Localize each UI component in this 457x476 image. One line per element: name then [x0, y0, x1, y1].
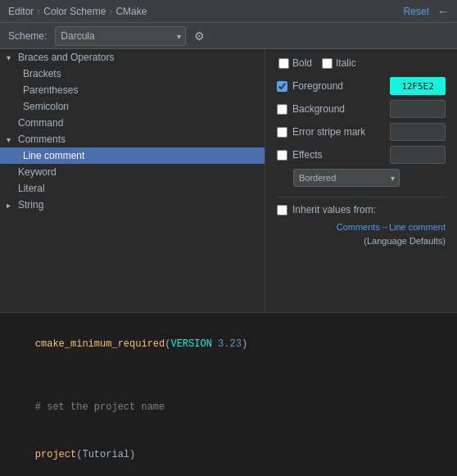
gear-button[interactable]: ⚙ — [194, 29, 205, 43]
breadcrumb-colorscheme: Color Scheme — [43, 6, 106, 17]
tree-group-braces-label: Braces and Operators — [18, 52, 114, 63]
tree-group-command-label: Command — [18, 117, 63, 129]
main-area: ▾ Braces and Operators Brackets Parenthe… — [0, 49, 457, 312]
background-color-box[interactable] — [390, 100, 446, 118]
scheme-label: Scheme: — [8, 30, 47, 42]
error-stripe-row: Error stripe mark — [277, 123, 446, 141]
tree-group-literal-label: Literal — [18, 183, 45, 194]
scheme-select-wrap: Darcula Default High contrast — [55, 26, 186, 46]
tree-item-line-comment-label: Line comment — [23, 150, 84, 161]
header: Editor › Color Scheme › CMake Reset ← — [0, 0, 457, 23]
tree-item-semicolon-label: Semicolon — [23, 101, 69, 112]
tree-group-braces[interactable]: ▾ Braces and Operators — [0, 49, 265, 66]
italic-checkbox[interactable] — [322, 58, 333, 69]
foreground-label: Foreground — [277, 80, 383, 92]
code-line-4: project(Tutorial) — [11, 431, 446, 476]
effects-type-select[interactable]: Bordered Underscored Bold underscored St… — [293, 169, 400, 187]
divider — [277, 197, 446, 197]
bold-checkbox[interactable] — [278, 58, 289, 69]
bold-italic-row: Bold Italic — [277, 57, 446, 69]
code-panel: cmake_minimum_required(VERSION 3.23) # s… — [0, 312, 457, 476]
header-actions: Reset ← — [404, 5, 449, 18]
italic-label: Italic — [322, 57, 356, 69]
error-stripe-color-box[interactable] — [390, 123, 446, 141]
error-stripe-checkbox[interactable] — [277, 127, 287, 138]
tree-group-string[interactable]: ▸ String — [0, 197, 265, 213]
tree-item-semicolon[interactable]: Semicolon — [0, 98, 265, 115]
breadcrumb-cmake: CMake — [115, 6, 147, 17]
inherit-section: Inherit values from: Comments→Line comme… — [277, 204, 446, 247]
effects-select-wrap: Bordered Underscored Bold underscored St… — [293, 169, 400, 187]
chevron-down-icon2: ▾ — [7, 135, 16, 144]
inherit-checkbox[interactable] — [277, 205, 287, 215]
inherit-link[interactable]: Comments→Line comment (Language Defaults… — [277, 220, 446, 247]
inherit-label: Inherit values from: — [292, 204, 376, 215]
chevron-right-icon4: ▸ — [7, 201, 16, 210]
inherit-link-line2: (Language Defaults) — [293, 234, 446, 248]
tree-item-parentheses-label: Parentheses — [23, 84, 78, 96]
effects-label: Effects — [277, 149, 383, 161]
error-stripe-label: Error stripe mark — [277, 126, 383, 138]
tree-group-comments[interactable]: ▾ Comments — [0, 131, 265, 147]
breadcrumb-editor: Editor — [8, 6, 34, 17]
tree-group-keyword[interactable]: ▸ Keyword — [0, 164, 265, 180]
effects-dropdown-row: Bordered Underscored Bold underscored St… — [277, 169, 446, 187]
background-label: Background — [277, 103, 383, 115]
tree-group-keyword-label: Keyword — [18, 166, 57, 178]
right-panel: Bold Italic Foreground 12F5E2 Background — [265, 49, 457, 312]
back-button[interactable]: ← — [437, 5, 449, 18]
scheme-select[interactable]: Darcula Default High contrast — [55, 26, 186, 46]
inherit-checkbox-row: Inherit values from: — [277, 204, 446, 215]
tree-group-command[interactable]: ▸ Command — [0, 115, 265, 131]
effects-color-box[interactable] — [390, 146, 446, 164]
inherit-link-line1: Comments→Line comment — [293, 220, 446, 234]
effects-row: Effects — [277, 146, 446, 164]
foreground-row: Foreground 12F5E2 — [277, 77, 446, 95]
chevron-down-icon: ▾ — [7, 53, 16, 62]
background-row: Background — [277, 100, 446, 118]
tree-group-comments-label: Comments — [18, 134, 66, 145]
scheme-row: Scheme: Darcula Default High contrast ⚙ — [0, 23, 457, 49]
code-line-2 — [11, 369, 446, 384]
code-line-3: # set the project name — [11, 384, 446, 432]
tree-item-parentheses[interactable]: Parentheses — [0, 82, 265, 98]
reset-button[interactable]: Reset — [404, 6, 429, 17]
foreground-color-box[interactable]: 12F5E2 — [390, 77, 446, 95]
tree-item-brackets-label: Brackets — [23, 68, 61, 79]
tree-group-string-label: String — [18, 199, 43, 211]
tree-group-literal[interactable]: ▸ Literal — [0, 180, 265, 197]
background-checkbox[interactable] — [277, 104, 287, 115]
breadcrumb: Editor › Color Scheme › CMake — [8, 6, 147, 17]
code-line-1: cmake_minimum_required(VERSION 3.23) — [11, 321, 446, 369]
tree-item-line-comment[interactable]: Line comment — [0, 147, 265, 164]
effects-checkbox[interactable] — [277, 150, 287, 161]
code-func-cmake: cmake_minimum_required — [35, 338, 165, 350]
breadcrumb-sep2: › — [109, 6, 112, 17]
left-panel: ▾ Braces and Operators Brackets Parenthe… — [0, 49, 265, 312]
tree-item-brackets[interactable]: Brackets — [0, 66, 265, 82]
bold-label: Bold — [278, 57, 312, 69]
breadcrumb-sep1: › — [37, 6, 40, 17]
foreground-checkbox[interactable] — [277, 81, 287, 92]
